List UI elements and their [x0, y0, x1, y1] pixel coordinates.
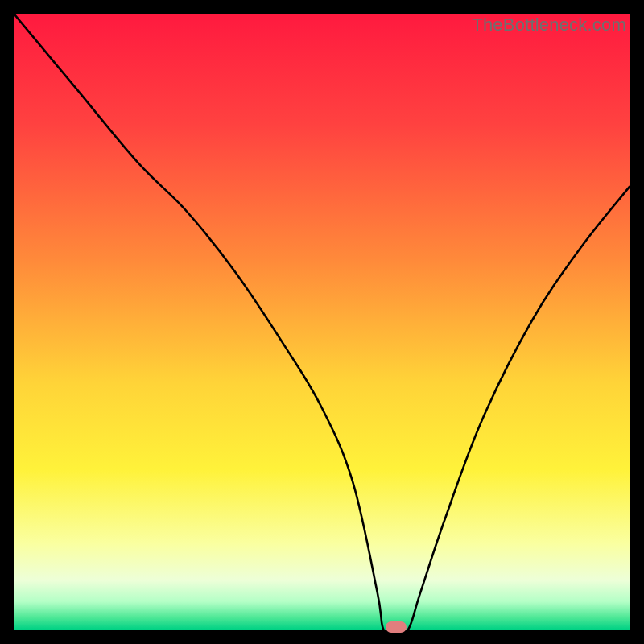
chart-frame: TheBottleneck.com	[14, 14, 630, 630]
optimal-point-marker	[386, 621, 407, 633]
plot-area	[14, 14, 630, 630]
watermark-text: TheBottleneck.com	[472, 14, 626, 35]
gradient-background	[14, 14, 630, 630]
